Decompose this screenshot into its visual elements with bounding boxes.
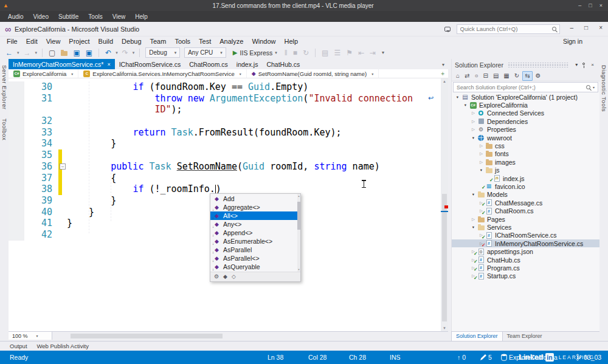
line-number[interactable] (24, 104, 58, 115)
collapse-all-icon[interactable]: ⊟ (481, 72, 489, 80)
code-text[interactable]: ID"); (62, 104, 182, 115)
line-number[interactable]: 31 (24, 93, 58, 105)
breakpoint-margin[interactable] (9, 184, 24, 195)
panel-drag-handle[interactable] (508, 63, 568, 67)
vertical-tab-toolbox[interactable]: Toolbox (1, 118, 8, 140)
outline-collapse-icon[interactable]: – (60, 163, 66, 170)
tree-item-program-cs[interactable]: ▷✓Program.cs (452, 264, 599, 272)
open-file-icon[interactable] (61, 51, 67, 56)
refresh-icon[interactable]: ↻ (513, 72, 521, 80)
expander-icon[interactable]: ▾ (470, 225, 477, 230)
split-editor-icon[interactable]: + (441, 70, 448, 77)
scrollbar-thumb[interactable] (442, 194, 447, 321)
vlc-menu-video[interactable]: Video (29, 12, 54, 21)
code-line[interactable]: 33 return Task.FromResult(foundRoom.Key)… (9, 127, 441, 139)
tree-item-startup-cs[interactable]: ▷✓Startup.cs (452, 272, 599, 280)
code-text[interactable]: } (62, 195, 116, 207)
completion-item-asparallel[interactable]: ◆↓AsParallel (210, 246, 300, 254)
tree-item-appsettings-json[interactable]: ▷✓appsettings.json (452, 247, 599, 255)
window-position-icon[interactable]: ▾ (573, 62, 580, 67)
menu-item-view[interactable]: View (42, 37, 65, 46)
code-text[interactable]: public Task SetRoomName(Guid roomId, str… (62, 161, 380, 173)
feedback-icon[interactable] (444, 27, 451, 32)
expander-icon[interactable]: ▷ (470, 217, 477, 222)
editor-tab-chathub-cs[interactable]: ChatHub.cs (262, 59, 304, 69)
tree-item-index-js[interactable]: ✓index.js (452, 174, 599, 182)
breakpoint-margin[interactable] (9, 115, 24, 127)
completion-item-aggregate[interactable]: ◆↓Aggregate<> (210, 203, 300, 211)
completion-scrollbar[interactable]: ▲ ▼ (297, 194, 300, 272)
stop-icon[interactable]: ■ (291, 49, 299, 57)
completion-item-asqueryable[interactable]: ◆↓AsQueryable (210, 263, 300, 271)
close-tab-icon[interactable]: × (107, 61, 110, 67)
code-text[interactable] (62, 149, 67, 161)
vlc-menu-subtitle[interactable]: Subtitle (54, 12, 83, 21)
expander-icon[interactable]: ▷ (470, 127, 477, 132)
menu-item-analyze[interactable]: Analyze (215, 37, 247, 46)
menu-item-test[interactable]: Test (195, 37, 215, 46)
outgoing-commits-button[interactable]: ↑ 0 (457, 354, 466, 361)
breakpoint-margin[interactable] (9, 104, 24, 115)
expander-icon[interactable]: ▾ (470, 136, 477, 140)
pending-changes-filter-icon[interactable]: ○ (472, 72, 480, 80)
undo-icon[interactable]: ↶ (103, 49, 113, 57)
filter-methods-icon[interactable]: ◆ (223, 274, 227, 280)
expander-icon[interactable]: ▷ (478, 143, 485, 148)
vertical-tab-diagnostic-tools[interactable]: Diagnostic Tools (601, 65, 607, 112)
breadcrumb-segment[interactable]: C#ExploreCalifornia▾ (9, 69, 78, 78)
scroll-down-icon[interactable]: ▼ (441, 326, 448, 330)
expander-icon[interactable]: ▾ (454, 95, 461, 100)
menu-item-help[interactable]: Help (280, 37, 303, 46)
line-number[interactable]: 35 (24, 149, 58, 161)
breakpoint-margin[interactable] (9, 229, 24, 241)
editor-tab-inmemorychatroomservice-cs[interactable]: InMemoryChatRoomService.cs*× (9, 59, 115, 69)
completion-item-asenumerable[interactable]: ◆↓AsEnumerable<> (210, 237, 300, 246)
breadcrumb-segment[interactable]: ◆SetRoomName(Guid roomId, string name)▾ (247, 69, 379, 78)
line-number[interactable]: 32 (24, 115, 58, 127)
nav-back-icon[interactable]: ← (4, 49, 15, 57)
tab-team-explorer[interactable]: Team Explorer (503, 332, 547, 341)
code-text[interactable]: return Task.FromResult(foundRoom.Key); (62, 127, 342, 139)
tree-item-js[interactable]: ▾js (452, 167, 599, 174)
tree-item-fonts[interactable]: ▷fonts (452, 150, 599, 158)
breakpoint-margin[interactable] (9, 218, 24, 229)
completion-item-add[interactable]: ◆Add (210, 194, 300, 203)
scroll-down-icon[interactable]: ▼ (297, 268, 300, 271)
tree-item-ichatroomservice-cs[interactable]: ▷✓IChatRoomService.cs (452, 232, 599, 239)
start-debugging-button[interactable]: ▶IIS Express▾ (229, 49, 281, 57)
toggle-comment-icon[interactable]: ☰ (332, 49, 342, 57)
menu-item-edit[interactable]: Edit (22, 37, 42, 46)
expander-icon[interactable]: ▷ (478, 160, 485, 165)
editor-tab-ichatroomservice-cs[interactable]: IChatRoomService.cs (115, 59, 185, 69)
editor-vertical-scrollbar[interactable]: ▲ ▼ (441, 78, 448, 331)
nav-forward-icon[interactable]: → (22, 49, 33, 57)
solution-explorer-settings-icon[interactable]: ⚙ (534, 72, 543, 80)
vs-close-button[interactable]: × (593, 22, 608, 36)
tab-solution-explorer[interactable]: Solution Explorer (451, 332, 503, 341)
line-number[interactable]: 38 (24, 184, 58, 195)
scroll-up-icon[interactable]: ▲ (297, 194, 300, 197)
menu-item-project[interactable]: Project (64, 37, 94, 46)
close-icon[interactable]: × (589, 62, 596, 67)
auto-hide-pin-icon[interactable] (582, 63, 585, 65)
menu-item-build[interactable]: Build (94, 37, 117, 46)
breadcrumb-segment[interactable]: CExploreCalifornia.Services.InMemoryChat… (78, 69, 246, 78)
solution-explorer-search-input[interactable]: Search Solution Explorer (Ctrl+;) ▾ (453, 82, 598, 92)
filter-extension-methods-icon[interactable]: ◇ (232, 274, 236, 280)
tree-item-favicon-ico[interactable]: ▦✓favicon.ico (452, 182, 599, 190)
vlc-menu-view[interactable]: View (108, 12, 131, 21)
redo-dropdown-icon[interactable]: ▾ (132, 50, 136, 55)
tree-item-services[interactable]: ▾Services (452, 223, 599, 231)
breakpoint-margin[interactable] (9, 207, 24, 218)
editor-tab-index-js[interactable]: index.js (232, 59, 263, 69)
code-text[interactable] (62, 229, 67, 241)
pending-changes-button[interactable]: 5 (480, 354, 492, 361)
tree-item-chatroom-cs[interactable]: ▷✓ChatRoom.cs (452, 207, 599, 215)
menu-item-file[interactable]: File (2, 37, 22, 46)
vlc-menu-help[interactable]: Help (130, 12, 153, 21)
breakpoint-margin[interactable] (9, 127, 24, 139)
zoom-control[interactable]: 100 % ▾ (9, 332, 52, 340)
code-text[interactable] (62, 115, 67, 127)
expander-icon[interactable]: ▷ (478, 151, 485, 156)
menu-item-window[interactable]: Window (247, 37, 280, 46)
